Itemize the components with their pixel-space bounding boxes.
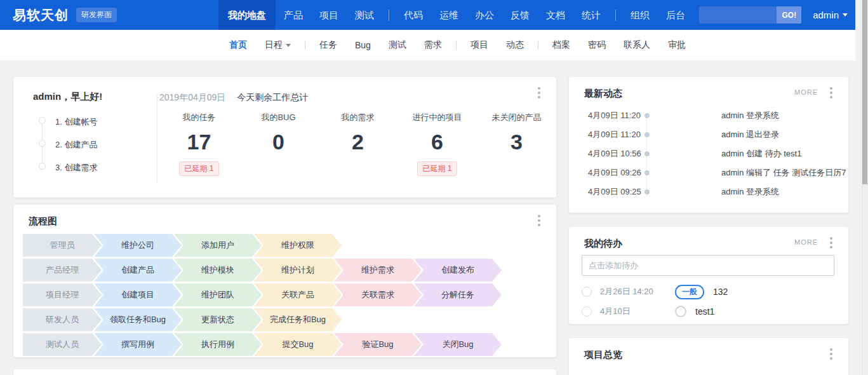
flow-step[interactable]: 更新状态	[174, 308, 262, 331]
flow-step[interactable]: 维护团队	[174, 283, 262, 306]
stats-row: 我的任务 17 已延期 1 我的BUG 0 我的需求 2 进行中的项目 6 已延…	[159, 112, 556, 176]
step-create-account[interactable]: 1. 创建帐号	[39, 116, 97, 139]
flow-step[interactable]: 完成任务和Bug	[254, 308, 342, 331]
more-link[interactable]: MORE	[794, 238, 818, 246]
vertical-divider	[157, 95, 157, 184]
interface-badge: 研发界面	[76, 8, 117, 22]
stat-ongoing-projects[interactable]: 进行中的项目 6 已延期 1	[397, 112, 477, 176]
todo-item: 4月10日 test1	[582, 304, 836, 318]
flow-row-project-manager: 项目经理 创建项目 维护团队 关联产品 关联需求 分解任务	[23, 283, 547, 306]
todo-checkbox[interactable]	[582, 287, 592, 297]
date-row: 2019年04月09日 今天剩余工作总计	[159, 92, 308, 104]
flow-step[interactable]: 维护权限	[254, 234, 342, 257]
step-create-story[interactable]: 3. 创建需求	[39, 162, 97, 185]
nav-my-zone[interactable]: 我的地盘	[218, 0, 276, 30]
subnav-calendar[interactable]: 日程	[256, 39, 300, 51]
flow-step[interactable]: 创建发布	[414, 259, 502, 282]
flow-step[interactable]: 关闭Bug	[414, 333, 502, 356]
more-link[interactable]: MORE	[794, 88, 818, 96]
stat-my-tasks[interactable]: 我的任务 17 已延期 1	[159, 112, 239, 176]
subnav-test[interactable]: 测试	[380, 39, 415, 51]
chevron-down-icon	[843, 13, 848, 17]
stats-subtitle: 今天剩余工作总计	[237, 92, 308, 102]
stat-my-stories[interactable]: 我的需求 2	[318, 112, 397, 176]
step-create-product[interactable]: 2. 创建产品	[39, 139, 97, 162]
greeting-card: admin，早上好! 1. 创建帐号 2. 创建产品 3. 创建需求 2019年…	[13, 77, 556, 198]
flow-role[interactable]: 研发人员	[23, 308, 102, 331]
timeline-dot-icon	[644, 113, 650, 118]
nav-feedback[interactable]: 反馈	[502, 0, 538, 30]
subnav-home[interactable]: 首页	[220, 39, 256, 51]
subnav-bug[interactable]: Bug	[346, 40, 380, 50]
flow-step[interactable]: 维护需求	[334, 259, 422, 282]
nav-test[interactable]: 测试	[347, 0, 382, 30]
subnav-profile[interactable]: 档案	[544, 39, 579, 51]
dynamics-item: 4月09日 10:56 admin 创建 待办 test1	[569, 144, 848, 163]
flow-role[interactable]: 项目经理	[23, 283, 102, 306]
timeline-dot-icon	[644, 189, 650, 194]
flow-step[interactable]: 维护计划	[254, 259, 342, 282]
nav-product[interactable]: 产品	[276, 0, 311, 30]
subnav-project[interactable]: 项目	[462, 39, 497, 51]
subnav-contacts[interactable]: 联系人	[615, 39, 659, 51]
kebab-menu-icon[interactable]	[828, 348, 834, 360]
flow-role[interactable]: 产品经理	[23, 259, 102, 282]
nav-ops[interactable]: 运维	[431, 0, 467, 30]
flow-role[interactable]: 管理员	[23, 234, 102, 257]
nav-stats[interactable]: 统计	[573, 0, 609, 30]
nav-divider	[389, 10, 389, 21]
timeline-dot-icon	[644, 170, 650, 175]
my-todo-card: 我的待办 MORE 2月26日 14:20 一般 132 4月10日 test1	[569, 227, 848, 324]
kebab-menu-icon[interactable]	[828, 87, 834, 99]
subnav-task[interactable]: 任务	[310, 39, 346, 51]
flow-step[interactable]: 撰写用例	[94, 333, 182, 356]
flow-step[interactable]: 维护模块	[174, 259, 262, 282]
current-date: 2019年04月09日	[159, 92, 225, 102]
flow-step[interactable]: 添加用户	[174, 234, 262, 257]
add-todo-input[interactable]	[582, 255, 834, 276]
flow-step[interactable]: 关联产品	[254, 283, 342, 306]
nav-admin-panel[interactable]: 后台	[658, 0, 693, 30]
kebab-menu-icon[interactable]	[536, 215, 542, 226]
subnav-password[interactable]: 密码	[579, 39, 615, 51]
flow-role[interactable]: 测试人员	[23, 333, 102, 356]
delayed-badge: 已延期 1	[179, 161, 218, 176]
flowchart-title: 流程图	[29, 215, 57, 228]
flow-step[interactable]: 分解任务	[414, 283, 502, 306]
user-menu[interactable]: admin	[813, 10, 848, 20]
kebab-menu-icon[interactable]	[828, 237, 834, 249]
stat-open-products[interactable]: 未关闭的产品 3	[477, 112, 556, 176]
flow-step[interactable]: 关联需求	[334, 283, 422, 306]
top-header: 易软天创 研发界面 我的地盘 产品 项目 测试 代码 运维 办公 反馈 文档 统…	[0, 0, 855, 30]
scrollbar-thumb[interactable]	[862, 0, 867, 184]
flow-step[interactable]: 创建产品	[94, 259, 182, 282]
onboarding-steps: 1. 创建帐号 2. 创建产品 3. 创建需求	[39, 116, 97, 185]
search-go-button[interactable]: GO!	[777, 6, 801, 24]
search-input[interactable]	[699, 6, 777, 24]
nav-code[interactable]: 代码	[396, 0, 431, 30]
flow-step[interactable]: 验证Bug	[334, 333, 422, 356]
flow-step[interactable]: 执行用例	[174, 333, 262, 356]
nav-project[interactable]: 项目	[311, 0, 347, 30]
subnav-divider	[305, 41, 305, 50]
kebab-menu-icon[interactable]	[536, 87, 542, 99]
nav-org[interactable]: 组织	[622, 0, 658, 30]
flow-row-developer: 研发人员 领取任务和Bug 更新状态 完成任务和Bug	[23, 308, 547, 331]
scrollbar[interactable]	[862, 0, 868, 375]
flow-step[interactable]: 维护公司	[94, 234, 182, 257]
nav-doc[interactable]: 文档	[538, 0, 573, 30]
subnav-approval[interactable]: 审批	[659, 39, 695, 51]
flow-row-tester: 测试人员 撰写用例 执行用例 提交Bug 验证Bug 关闭Bug	[23, 333, 547, 356]
sub-nav: 首页 日程 任务 Bug 测试 需求 项目 动态 档案 密码 联系人 审批	[0, 30, 855, 60]
subnav-dynamic[interactable]: 动态	[497, 39, 533, 51]
subnav-story[interactable]: 需求	[415, 39, 451, 51]
nav-office[interactable]: 办公	[467, 0, 502, 30]
app-logo[interactable]: 易软天创	[13, 6, 69, 24]
stat-my-bugs[interactable]: 我的BUG 0	[239, 112, 318, 176]
main-content: admin，早上好! 1. 创建帐号 2. 创建产品 3. 创建需求 2019年…	[0, 60, 855, 375]
header-right: GO! admin	[699, 0, 848, 30]
flow-step[interactable]: 领取任务和Bug	[94, 308, 182, 331]
flow-step[interactable]: 创建项目	[94, 283, 182, 306]
flow-step[interactable]: 提交Bug	[254, 333, 342, 356]
todo-checkbox[interactable]	[582, 306, 592, 317]
